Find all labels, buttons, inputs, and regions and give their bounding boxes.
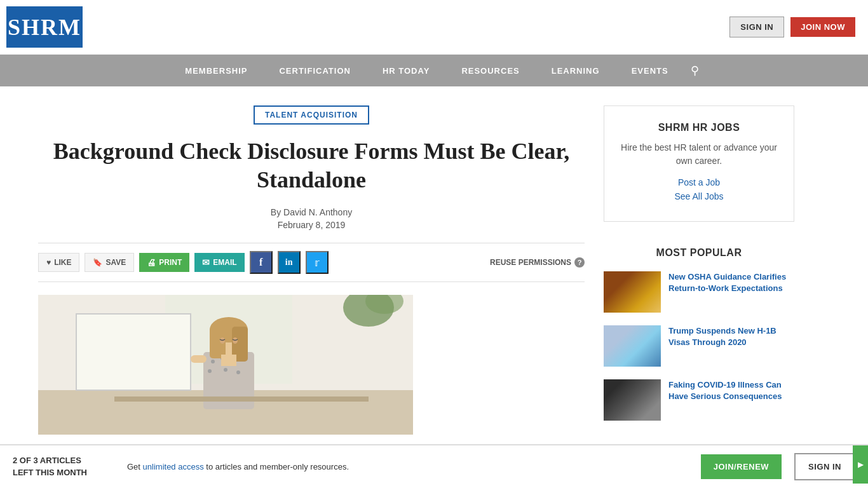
chevron-right-icon: ▶: [858, 460, 864, 469]
publish-date: February 8, 2019: [38, 220, 585, 230]
save-button[interactable]: SAVE: [85, 253, 134, 272]
join-now-button[interactable]: JOIN NOW: [790, 17, 855, 37]
email-button[interactable]: EMAIL: [194, 253, 244, 272]
save-label: SAVE: [105, 258, 126, 267]
main-nav: MEMBERSHIP CERTIFICATION HR TODAY RESOUR…: [0, 55, 868, 86]
articles-left-label: LEFT THIS MONTH: [13, 467, 114, 478]
unlimited-access-link[interactable]: unlimited access: [143, 462, 204, 471]
author-name: By David N. Anthony: [38, 207, 585, 217]
sidebar-jobs-description: Hire the best HR talent or advance your …: [617, 141, 781, 168]
articles-count-label: 2 OF 3 ARTICLES: [13, 455, 114, 466]
nav-items: MEMBERSHIP CERTIFICATION HR TODAY RESOUR…: [169, 55, 698, 86]
svg-point-8: [211, 360, 215, 363]
email-icon: [202, 257, 210, 268]
heart-icon: [46, 258, 51, 267]
nav-hr-today[interactable]: HR TODAY: [367, 55, 445, 86]
description-start: Get: [127, 462, 143, 471]
svg-rect-22: [191, 355, 207, 363]
nav-events[interactable]: EVENTS: [616, 55, 684, 86]
popular-thumb-1: [604, 271, 661, 313]
logo-text: SHRM: [8, 14, 81, 41]
svg-rect-21: [221, 355, 236, 366]
sidebar-popular: MOST POPULAR New OSHA Guidance Clarifies…: [604, 241, 794, 440]
description-end: to articles and member-only resources.: [204, 462, 349, 471]
post-job-link[interactable]: Post a Job: [617, 177, 781, 187]
popular-thumb-2: [604, 325, 661, 367]
popular-title-1[interactable]: New OSHA Guidance Clarifies Return-to-Wo…: [668, 271, 794, 294]
help-icon: ?: [574, 257, 585, 268]
sidebar: SHRM HR JOBS Hire the best HR talent or …: [604, 105, 794, 440]
sign-in-button[interactable]: SIGN IN: [729, 17, 784, 37]
sidebar-jobs-box: SHRM HR JOBS Hire the best HR talent or …: [604, 105, 794, 222]
nav-membership[interactable]: MEMBERSHIP: [169, 55, 263, 86]
svg-rect-6: [76, 314, 191, 390]
nav-certification[interactable]: CERTIFICATION: [263, 55, 366, 86]
svg-point-12: [208, 369, 212, 373]
see-all-jobs-link[interactable]: See All Jobs: [617, 191, 781, 201]
email-label: EMAIL: [213, 258, 236, 267]
search-icon[interactable]: ⚲: [691, 64, 699, 78]
twitter-share-button[interactable]: 𝕣: [306, 251, 329, 274]
article-byline: By David N. Anthony February 8, 2019: [38, 207, 585, 230]
bottom-bar-description: Get unlimited access to articles and mem…: [127, 462, 688, 471]
popular-title-2[interactable]: Trump Suspends New H-1B Visas Through 20…: [668, 325, 794, 348]
popular-title-3[interactable]: Faking COVID-19 Illness Can Have Serious…: [668, 379, 794, 402]
linkedin-share-button[interactable]: in: [278, 251, 301, 274]
like-label: LIKE: [54, 258, 71, 267]
svg-point-14: [236, 370, 240, 374]
bottom-bar: 2 OF 3 ARTICLES LEFT THIS MONTH Get unli…: [0, 444, 868, 488]
article-illustration: [38, 295, 413, 435]
facebook-share-button[interactable]: f: [250, 251, 273, 274]
print-label: PRINT: [159, 258, 182, 267]
like-button[interactable]: LIKE: [38, 253, 79, 272]
action-bar: LIKE SAVE PRINT EMAIL f in 𝕣: [38, 243, 585, 282]
reuse-permissions[interactable]: REUSE PERMISSIONS ?: [490, 257, 585, 268]
nav-resources[interactable]: RESOURCES: [445, 55, 535, 86]
svg-point-13: [224, 368, 227, 372]
facebook-icon: f: [259, 257, 262, 268]
svg-rect-23: [114, 396, 369, 402]
header-actions: SIGN IN JOIN NOW: [729, 17, 855, 37]
article-image: [38, 295, 413, 435]
reuse-label: REUSE PERMISSIONS: [490, 258, 571, 267]
popular-item-3: Faking COVID-19 Illness Can Have Serious…: [604, 379, 794, 421]
print-button[interactable]: PRINT: [139, 253, 189, 272]
article-title: Background Check Disclosure Forms Must B…: [38, 137, 585, 194]
articles-left-counter: 2 OF 3 ARTICLES LEFT THIS MONTH: [13, 455, 114, 478]
popular-thumb-3: [604, 379, 661, 421]
join-renew-button[interactable]: JOIN/RENEW: [701, 454, 782, 479]
article-image-inner: [38, 295, 413, 435]
sign-in-bar-button[interactable]: SIGN IN: [794, 453, 855, 480]
sidebar-jobs-title: SHRM HR JOBS: [617, 122, 781, 133]
popular-item-2: Trump Suspends New H-1B Visas Through 20…: [604, 325, 794, 367]
most-popular-title: MOST POPULAR: [604, 247, 794, 259]
print-icon: [147, 257, 156, 268]
header: SHRM SIGN IN JOIN NOW: [0, 0, 868, 55]
main-content: TALENT ACQUISITION Background Check Disc…: [0, 86, 868, 459]
nav-learning[interactable]: LEARNING: [536, 55, 616, 86]
shrm-logo[interactable]: SHRM: [6, 6, 83, 48]
bookmark-icon: [93, 258, 102, 267]
twitter-icon: 𝕣: [315, 257, 320, 269]
category-badge[interactable]: TALENT ACQUISITION: [254, 105, 369, 125]
linkedin-icon: in: [285, 257, 293, 268]
article-area: TALENT ACQUISITION Background Check Disc…: [38, 105, 585, 440]
popular-item-1: New OSHA Guidance Clarifies Return-to-Wo…: [604, 271, 794, 313]
collapse-bar-button[interactable]: ▶: [853, 445, 868, 484]
